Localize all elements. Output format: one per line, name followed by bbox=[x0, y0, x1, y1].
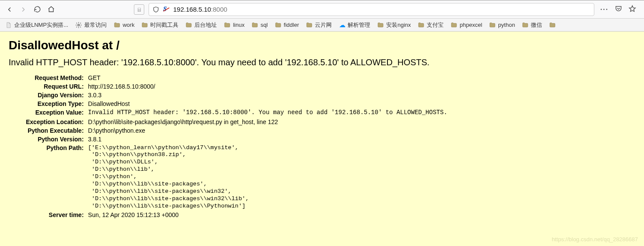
bm-work[interactable]: work bbox=[111, 21, 137, 29]
bm-linux[interactable]: linux bbox=[221, 21, 247, 29]
folder-icon bbox=[251, 22, 258, 29]
bookmark-label: phpexcel bbox=[460, 22, 482, 28]
bm-admin[interactable]: 后台地址 bbox=[183, 20, 219, 30]
folder-icon bbox=[450, 22, 457, 29]
back-button[interactable] bbox=[3, 3, 16, 16]
bm-yunpian[interactable]: 云片网 bbox=[303, 20, 334, 30]
tracking-shield-icon[interactable] bbox=[152, 6, 159, 13]
bm-alipay[interactable]: 支付宝 bbox=[415, 20, 446, 30]
bookmark-label: 支付宝 bbox=[427, 21, 444, 29]
folder-icon bbox=[275, 22, 282, 29]
value-django-version: 3.0.3 bbox=[88, 91, 447, 99]
bm-phpexcel[interactable]: phpexcel bbox=[448, 21, 485, 29]
error-title: DisallowedHost at / bbox=[9, 38, 635, 52]
label-exception-location: Exception Location: bbox=[26, 118, 88, 126]
value-server-time: Sun, 12 Apr 2020 15:12:13 +0000 bbox=[88, 211, 447, 219]
bookmark-label: python bbox=[498, 22, 515, 28]
label-exception-value: Exception Value: bbox=[26, 108, 88, 118]
label-exception-type: Exception Type: bbox=[26, 99, 88, 108]
address-bar: ⌸ 192.168.5.10:8000 ··· bbox=[0, 0, 644, 19]
bm-timestamp[interactable]: 时间戳工具 bbox=[139, 20, 181, 30]
bm-dns[interactable]: ☁解析管理 bbox=[336, 20, 373, 30]
folder-icon bbox=[185, 22, 192, 29]
bookmark-label: 时间戳工具 bbox=[150, 21, 178, 29]
bm-sql[interactable]: sql bbox=[249, 21, 270, 29]
gear-icon bbox=[75, 22, 82, 29]
pocket-icon[interactable] bbox=[615, 5, 622, 14]
label-python-version: Python Version: bbox=[26, 135, 88, 144]
bm-wechat[interactable]: 微信 bbox=[519, 20, 545, 30]
label-request-url: Request URL: bbox=[26, 82, 88, 91]
bookmark-star-icon[interactable] bbox=[628, 5, 636, 14]
bookmark-label: sql bbox=[260, 22, 268, 28]
bookmark-label: 安装nginx bbox=[386, 21, 411, 29]
error-message: Invalid HTTP_HOST header: '192.168.5.10:… bbox=[9, 58, 635, 67]
summary-table: Request Method: GET Request URL: http://… bbox=[26, 73, 447, 219]
label-server-time: Server time: bbox=[26, 211, 88, 219]
value-python-version: 3.8.1 bbox=[88, 135, 447, 144]
value-exception-value: Invalid HTTP_HOST header: '192.168.5.10:… bbox=[88, 108, 447, 118]
reload-button[interactable] bbox=[31, 3, 43, 16]
bookmark-label: fiddler bbox=[284, 22, 299, 28]
bm-python[interactable]: python bbox=[486, 21, 517, 29]
value-python-path: ['E:\\python_learn\\python\\day17\\mysit… bbox=[88, 144, 447, 211]
bookmark-label: linux bbox=[233, 22, 244, 28]
bookmark-label: 后台地址 bbox=[194, 21, 217, 29]
folder-icon bbox=[418, 22, 425, 29]
value-request-url: http://192.168.5.10:8000/ bbox=[88, 82, 447, 91]
page-actions-icon[interactable]: ··· bbox=[600, 6, 609, 13]
label-request-method: Request Method: bbox=[26, 73, 88, 82]
noscript-icon[interactable] bbox=[163, 6, 170, 13]
bm-overflow[interactable] bbox=[546, 21, 561, 29]
page-icon bbox=[5, 22, 12, 29]
folder-icon bbox=[306, 22, 313, 29]
folder-icon bbox=[489, 22, 496, 29]
home-button[interactable] bbox=[45, 3, 57, 16]
url-input[interactable]: 192.168.5.10:8000 bbox=[149, 3, 594, 16]
extension-icon[interactable]: ⌸ bbox=[134, 4, 144, 15]
value-exception-location: D:\python\lib\site-packages\django\http\… bbox=[88, 118, 447, 126]
folder-icon bbox=[114, 22, 121, 29]
django-error-page: DisallowedHost at / Invalid HTTP_HOST he… bbox=[0, 32, 644, 246]
bookmark-label: 云片网 bbox=[315, 21, 332, 29]
label-python-path: Python Path: bbox=[26, 144, 88, 211]
value-python-executable: D:\python\python.exe bbox=[88, 126, 447, 135]
bm-fiddler[interactable]: fiddler bbox=[272, 21, 301, 29]
svg-point-0 bbox=[78, 24, 79, 26]
folder-icon bbox=[522, 22, 529, 29]
label-python-executable: Python Executable: bbox=[26, 126, 88, 135]
label-django-version: Django Version: bbox=[26, 91, 88, 99]
forward-button[interactable] bbox=[17, 3, 29, 16]
folder-icon bbox=[549, 22, 556, 29]
bookmark-label: 企业级LNMP实例搭... bbox=[14, 21, 68, 29]
folder-icon bbox=[224, 22, 231, 29]
browser-chrome: ⌸ 192.168.5.10:8000 ··· 企业级LNMP实例搭...最常访… bbox=[0, 0, 644, 32]
bookmark-label: 解析管理 bbox=[348, 21, 370, 29]
bookmark-label: 微信 bbox=[531, 21, 542, 29]
cloud-icon: ☁ bbox=[339, 22, 346, 29]
bm-most-visited[interactable]: 最常访问 bbox=[73, 20, 109, 30]
folder-icon bbox=[141, 22, 148, 29]
folder-icon bbox=[377, 22, 384, 29]
bm-nginx[interactable]: 安装nginx bbox=[374, 20, 413, 30]
value-request-method: GET bbox=[88, 73, 447, 82]
bm-lnmp[interactable]: 企业级LNMP实例搭... bbox=[3, 20, 71, 30]
url-text: 192.168.5.10:8000 bbox=[173, 6, 590, 13]
bookmarks-bar: 企业级LNMP实例搭...最常访问work时间戳工具后台地址linuxsqlfi… bbox=[0, 19, 644, 32]
value-exception-type: DisallowedHost bbox=[88, 99, 447, 108]
bookmark-label: work bbox=[123, 22, 134, 28]
bookmark-label: 最常访问 bbox=[84, 21, 107, 29]
